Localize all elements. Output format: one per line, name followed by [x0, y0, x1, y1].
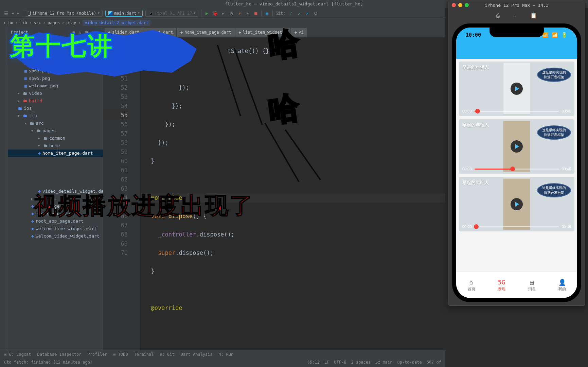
- git-update-icon[interactable]: ✓: [288, 11, 293, 16]
- nav-back-icon[interactable]: ←: [12, 11, 14, 16]
- video-card[interactable]: 早起的年轻人 这是最终实现的快速开发框架 00:00 00:46: [459, 177, 574, 231]
- phone-notch: [489, 28, 544, 37]
- image-icon: ▦: [24, 67, 27, 75]
- device-name: iPhone 12 Pro Max (mobile): [32, 11, 96, 16]
- dart-icon: ◆: [38, 150, 41, 157]
- overlay-bubble: 这是最终实现的快速开发框架: [537, 68, 571, 82]
- tab[interactable]: ◆home_item_page.dart: [177, 28, 235, 37]
- todo-tab[interactable]: ≡ TODO: [113, 352, 128, 357]
- profiler-tab[interactable]: Profiler: [88, 352, 107, 357]
- device-icon: 📱: [148, 11, 154, 16]
- run-icon[interactable]: ▶: [204, 11, 210, 16]
- video-feed[interactable]: 早起的年轻人 这是最终实现的快速开发框架 00:09 00:46 早起的年轻人: [456, 59, 577, 234]
- tree-dir[interactable]: video: [29, 90, 42, 97]
- status-message: uto fetch: finished (12 minutes ago): [4, 360, 92, 365]
- tree-file[interactable]: welcome.png: [29, 82, 58, 90]
- dart-analysis-tab[interactable]: Dart Analysis: [181, 352, 213, 357]
- tree-dir[interactable]: ios: [24, 105, 32, 112]
- breadcrumb: r_ho› lib› src› pages› play› video_detai…: [0, 18, 445, 27]
- bottom-bar: ≡ 6: Logcat Database Inspector Profiler …: [0, 350, 445, 367]
- devtools-icon[interactable]: ◉: [264, 11, 270, 16]
- overlay-haha: 哈: [266, 86, 302, 132]
- crumb[interactable]: src: [34, 20, 41, 25]
- hot-reload-icon[interactable]: ⚡: [237, 11, 242, 16]
- video-progress[interactable]: 00:09 00:46: [462, 109, 571, 113]
- crumb-current[interactable]: video_details2_widget.dart: [83, 20, 150, 26]
- dart-icon: ◆: [31, 203, 34, 210]
- git-push-icon[interactable]: ↗: [304, 11, 310, 16]
- video-progress[interactable]: 00:08 00:46: [462, 167, 571, 171]
- chevron-down-icon: ▼: [194, 12, 195, 15]
- folder-icon: 🖿: [30, 120, 34, 127]
- clock: 10:00: [466, 32, 481, 38]
- zoom-icon[interactable]: [465, 3, 469, 7]
- phone-frame: 10:00 📶 📶 🔋 早起的年轻人 这是最终实现的快速开发框架 00:09 0…: [452, 23, 581, 302]
- cursor-pos: 55:12: [307, 360, 320, 365]
- logcat-tab[interactable]: ≡ 6: Logcat: [4, 352, 31, 357]
- git-status: up-to-date: [397, 360, 422, 365]
- profile-icon[interactable]: ◔: [229, 11, 234, 16]
- paste-icon[interactable]: 📋: [530, 12, 537, 19]
- tree-file[interactable]: welcom_video_widget.dart: [36, 232, 100, 240]
- close-icon[interactable]: [452, 3, 456, 7]
- dart-icon: ◆: [31, 217, 34, 225]
- home-icon[interactable]: ⌂: [513, 12, 517, 19]
- tree-file[interactable]: sp05.png: [29, 75, 50, 82]
- attach-icon[interactable]: ⫘: [245, 11, 250, 16]
- tree-dir[interactable]: build: [29, 97, 42, 105]
- avd-selector[interactable]: 📱 Pixel XL API 27 ▼: [145, 10, 198, 17]
- tree-dir[interactable]: home: [49, 142, 60, 150]
- tree-dir[interactable]: src: [36, 120, 43, 127]
- git-history-icon[interactable]: ⟲: [313, 11, 318, 16]
- nav-home[interactable]: ⌂首页: [456, 272, 486, 298]
- nav-messages[interactable]: ▤消息: [517, 272, 547, 298]
- memory: 607 of: [427, 360, 441, 365]
- video-card[interactable]: 早起的年轻人 这是最终实现的快速开发框架 00:08 00:46: [459, 119, 574, 174]
- nav-discover[interactable]: 5G发现: [486, 272, 517, 298]
- play-button[interactable]: [511, 198, 523, 210]
- time-total: 00:46: [562, 225, 571, 229]
- terminal-tab[interactable]: Terminal: [134, 352, 154, 357]
- crumb[interactable]: r_ho: [3, 20, 13, 25]
- screenshot-icon[interactable]: ⎙: [496, 12, 500, 19]
- crumb[interactable]: play: [66, 20, 76, 25]
- run-config-selector[interactable]: main.dart ▼: [105, 10, 143, 17]
- sim-titlebar: iPhone 12 Pro Max – 14.3: [448, 0, 585, 10]
- hamburger-icon[interactable]: ☰: [3, 11, 9, 16]
- run-tab[interactable]: 4: Run: [219, 352, 233, 357]
- git-commit-icon[interactable]: ↙: [296, 11, 302, 16]
- coverage-icon[interactable]: ▸: [220, 11, 226, 16]
- tree-dir[interactable]: lib: [29, 112, 37, 120]
- tree-dir[interactable]: common: [49, 135, 65, 142]
- video-progress[interactable]: 00:00 00:46: [462, 225, 571, 229]
- tool-window-tabs: ≡ 6: Logcat Database Inspector Profiler …: [0, 350, 445, 358]
- tree-file[interactable]: welcom_time_widget.dart: [36, 225, 97, 232]
- crumb[interactable]: pages: [48, 20, 60, 25]
- phone-screen[interactable]: 10:00 📶 📶 🔋 早起的年轻人 这是最终实现的快速开发框架 00:09 0…: [456, 28, 577, 298]
- nav-profile[interactable]: 👤我的: [547, 272, 577, 298]
- git-tab[interactable]: 9: Git: [160, 352, 174, 357]
- tree-dir[interactable]: pages: [42, 127, 56, 135]
- main-toolbar: ☰ ← → iPhone 12 Pro Max (mobile) ▼ main.…: [0, 8, 445, 18]
- line-sep[interactable]: LF: [324, 360, 329, 365]
- play-button[interactable]: [511, 83, 523, 95]
- video-card[interactable]: 早起的年轻人 这是最终实现的快速开发框架 00:09 00:46: [459, 62, 574, 116]
- stop-icon[interactable]: ■: [253, 11, 259, 16]
- folder-icon: 🖿: [36, 127, 41, 135]
- debug-icon[interactable]: 🐞: [212, 11, 218, 16]
- device-selector[interactable]: iPhone 12 Pro Max (mobile) ▼: [25, 10, 103, 17]
- db-inspector-tab[interactable]: Database Inspector: [37, 352, 81, 357]
- message-icon: ▤: [530, 279, 534, 286]
- play-button[interactable]: [511, 140, 523, 153]
- crumb[interactable]: lib: [20, 20, 27, 25]
- minimize-icon[interactable]: [458, 3, 462, 7]
- git-branch[interactable]: ⎇ main: [375, 360, 392, 365]
- indent[interactable]: 2 spaces: [351, 360, 371, 365]
- video-title: 早起的年轻人: [462, 180, 489, 186]
- encoding[interactable]: UTF-8: [334, 360, 346, 365]
- tree-file[interactable]: home_item_page.dart: [42, 150, 93, 157]
- folder-icon: 🖿: [43, 135, 48, 142]
- nav-fwd-icon[interactable]: →: [17, 11, 19, 16]
- overlay-bubble: 这是最终实现的快速开发框架: [537, 125, 571, 140]
- time-current: 00:08: [462, 167, 472, 171]
